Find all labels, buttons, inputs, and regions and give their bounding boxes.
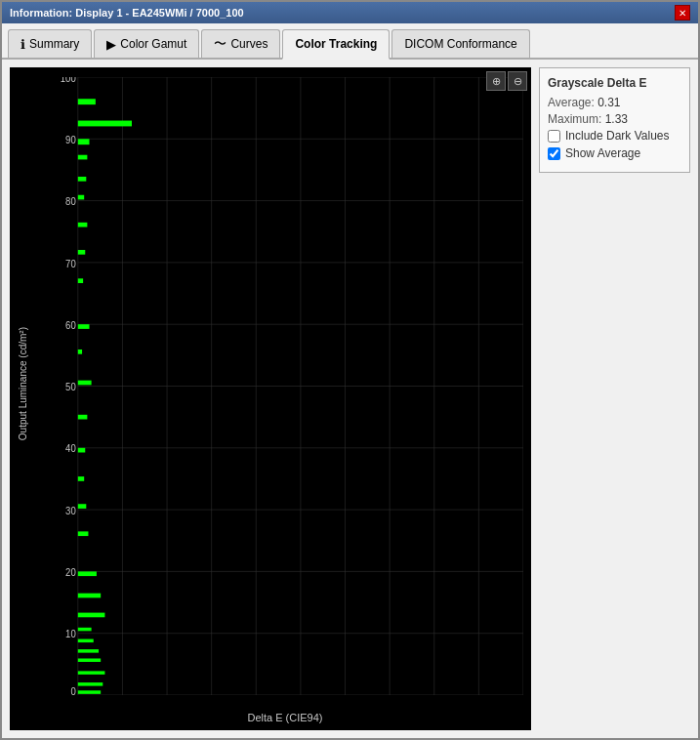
panel-title: Grayscale Delta E [548,76,681,90]
svg-rect-68 [78,671,105,675]
zoom-in-button[interactable]: ⊕ [486,71,506,91]
svg-rect-47 [78,155,88,160]
svg-text:90: 90 [65,135,76,146]
maximum-label: Maximum: [548,112,601,126]
average-value: 0.31 [597,96,620,109]
svg-text:10: 10 [65,629,76,640]
grayscale-panel: Grayscale Delta E Average: 0.31 Maximum:… [539,67,690,173]
svg-rect-70 [78,690,101,694]
curves-icon: 〜 [214,35,226,53]
svg-rect-61 [78,571,97,576]
chart-container: ⊕ ⊖ Output Luminance (cd/m²) Delta E (CI… [10,67,531,730]
svg-rect-58 [78,476,84,481]
svg-rect-46 [78,139,90,144]
close-button[interactable]: ✕ [675,5,690,21]
svg-rect-53 [78,324,90,329]
color-gamut-icon: ▶ [106,37,116,52]
svg-text:40: 40 [65,443,76,455]
include-dark-label[interactable]: Include Dark Values [565,129,670,143]
summary-icon: ℹ [21,37,25,52]
svg-rect-56 [78,415,88,420]
svg-rect-69 [78,682,103,686]
tab-color-tracking[interactable]: Color Tracking [282,29,390,60]
chart-svg: 100 90 80 70 60 50 40 30 20 10 0 0 1 2 3… [47,77,523,695]
main-window: Information: Display 1 - EA245WMi / 7000… [0,0,700,740]
y-axis-label: Output Luminance (cd/m²) [18,327,28,440]
svg-text:80: 80 [65,196,76,208]
zoom-out-button[interactable]: ⊖ [508,71,527,91]
tab-dicom[interactable]: DICOM Conformance [391,29,529,58]
average-row: Average: 0.31 [548,96,681,109]
tab-bar: ℹ Summary ▶ Color Gamut 〜 Curves Color T… [2,23,698,60]
svg-rect-54 [78,349,82,354]
sidebar: Grayscale Delta E Average: 0.31 Maximum:… [539,67,690,730]
x-axis-label: Delta E (CIE94) [247,712,322,723]
svg-rect-48 [78,177,86,182]
tab-summary[interactable]: ℹ Summary [8,29,92,58]
window-title: Information: Display 1 - EA245WMi / 7000… [10,7,244,19]
content-area: ⊕ ⊖ Output Luminance (cd/m²) Delta E (CI… [2,60,698,738]
tab-color-gamut[interactable]: ▶ Color Gamut [94,29,199,58]
svg-rect-55 [78,381,92,386]
svg-rect-67 [78,658,101,662]
show-average-checkbox[interactable] [548,147,560,160]
svg-rect-52 [78,278,83,283]
svg-text:60: 60 [65,319,76,331]
svg-rect-60 [78,531,89,536]
svg-rect-57 [78,448,85,453]
svg-text:70: 70 [65,258,76,269]
svg-rect-51 [78,250,85,255]
title-bar: Information: Display 1 - EA245WMi / 7000… [2,2,698,23]
svg-rect-66 [78,649,99,653]
svg-text:30: 30 [65,505,76,516]
svg-text:20: 20 [65,567,76,579]
svg-rect-50 [78,223,88,227]
svg-rect-44 [78,99,96,104]
svg-text:50: 50 [65,382,76,393]
show-average-row: Show Average [548,146,681,160]
svg-rect-62 [78,594,101,598]
average-label: Average: [548,96,595,109]
chart-toolbar: ⊕ ⊖ [486,71,527,91]
include-dark-row: Include Dark Values [548,129,681,143]
svg-text:0: 0 [70,686,76,695]
maximum-row: Maximum: 1.33 [548,112,681,126]
svg-rect-59 [78,504,86,509]
svg-rect-64 [78,628,92,632]
svg-rect-49 [78,195,84,200]
svg-rect-65 [78,639,94,643]
svg-rect-45 [78,121,132,127]
include-dark-checkbox[interactable] [548,130,560,143]
maximum-value: 1.33 [605,112,628,126]
svg-text:100: 100 [61,77,76,84]
svg-rect-63 [78,613,105,618]
tab-curves[interactable]: 〜 Curves [201,29,280,58]
show-average-label[interactable]: Show Average [565,146,640,160]
